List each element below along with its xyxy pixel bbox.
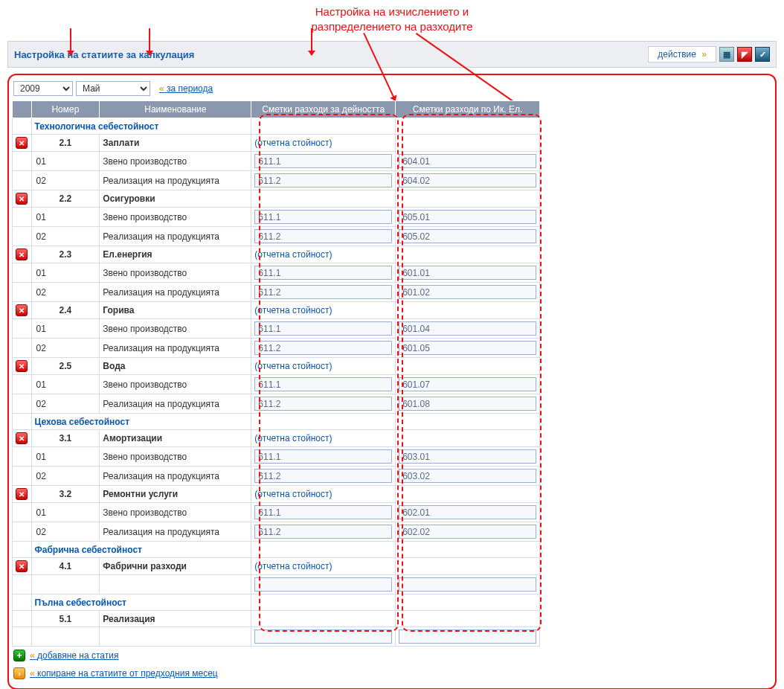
deny-icon[interactable]: ◤ bbox=[737, 47, 752, 62]
account-econ-input[interactable] bbox=[399, 229, 536, 243]
account-activity-input[interactable] bbox=[254, 397, 392, 411]
account-econ-input[interactable] bbox=[399, 397, 536, 411]
table-row: 02Реализация на продукцията bbox=[13, 339, 540, 358]
account-econ-input[interactable] bbox=[399, 210, 536, 224]
delete-icon[interactable]: ✕ bbox=[16, 304, 28, 316]
col-header-econ: Сметки разходи по Ик. Ел. bbox=[396, 101, 540, 118]
confirm-icon[interactable]: ✓ bbox=[755, 47, 770, 62]
account-econ-input[interactable] bbox=[399, 469, 536, 483]
account-activity-input[interactable] bbox=[254, 505, 392, 519]
row-name: Реализация на продукцията bbox=[100, 283, 251, 302]
action-button[interactable]: действие » bbox=[648, 46, 716, 63]
account-econ-input[interactable] bbox=[399, 173, 536, 188]
report-value-link[interactable]: (отчетна стойност) bbox=[254, 305, 332, 315]
item-number: 2.1 bbox=[31, 135, 100, 152]
row-number: 01 bbox=[31, 152, 100, 171]
row-name: Реализация на продукцията bbox=[100, 522, 251, 542]
report-value-link[interactable]: (отчетна стойност) bbox=[254, 249, 332, 260]
account-econ-input[interactable] bbox=[399, 629, 536, 644]
add-article-link[interactable]: « добавяне на статия bbox=[30, 650, 118, 661]
section-row: Технологична себестойност bbox=[13, 118, 540, 135]
account-activity-input[interactable] bbox=[254, 577, 392, 592]
item-name: Ремонтни услуги bbox=[100, 486, 251, 503]
copy-articles-link[interactable]: « копиране на статиите от предходния мес… bbox=[30, 668, 218, 679]
account-econ-input[interactable] bbox=[399, 341, 536, 355]
account-activity-input[interactable] bbox=[254, 469, 392, 483]
year-select[interactable]: 2009 bbox=[13, 81, 73, 96]
period-link[interactable]: « за периода bbox=[159, 83, 213, 94]
delete-icon[interactable]: ✕ bbox=[16, 249, 28, 260]
row-name: Реализация на продукцията bbox=[100, 171, 251, 190]
copy-icon[interactable]: › bbox=[13, 667, 25, 679]
account-activity-input[interactable] bbox=[254, 285, 392, 299]
table-row: 01Звено производство bbox=[13, 208, 540, 227]
table-row: 02Реализация на продукцията bbox=[13, 467, 540, 486]
account-activity-input[interactable] bbox=[254, 210, 392, 224]
account-activity-input[interactable] bbox=[254, 341, 392, 355]
delete-icon[interactable]: ✕ bbox=[16, 560, 28, 572]
report-value-link[interactable]: (отчетна стойност) bbox=[254, 561, 332, 571]
account-econ-input[interactable] bbox=[399, 505, 536, 519]
account-econ-input[interactable] bbox=[399, 449, 536, 464]
account-econ-input[interactable] bbox=[399, 285, 536, 299]
account-activity-input[interactable] bbox=[254, 629, 392, 644]
account-activity-input[interactable] bbox=[254, 154, 392, 168]
calc-table: Номер Наименование Сметки разходи за дей… bbox=[12, 100, 540, 647]
table-row: 01Звено производство bbox=[13, 375, 540, 394]
row-number: 01 bbox=[31, 208, 100, 227]
delete-icon[interactable]: ✕ bbox=[16, 193, 28, 205]
table-row: 02Реализация на продукцията bbox=[13, 522, 540, 542]
section-row: Цехова себестойност bbox=[13, 414, 540, 430]
account-econ-input[interactable] bbox=[399, 321, 536, 336]
account-activity-input[interactable] bbox=[254, 266, 392, 280]
account-econ-input[interactable] bbox=[399, 154, 536, 168]
item-header-row: ✕2.3Ел.енергия(отчетна стойност) bbox=[13, 246, 540, 263]
annotation-arrow-year bbox=[70, 28, 71, 55]
row-number bbox=[31, 627, 100, 647]
delete-icon[interactable]: ✕ bbox=[16, 432, 28, 444]
row-name: Звено производство bbox=[100, 375, 251, 394]
account-activity-input[interactable] bbox=[254, 377, 392, 391]
item-header-row: ✕2.5Вода(отчетна стойност) bbox=[13, 358, 540, 375]
account-econ-input[interactable] bbox=[399, 377, 536, 391]
account-activity-input[interactable] bbox=[254, 229, 392, 243]
account-econ-input[interactable] bbox=[399, 577, 536, 592]
account-activity-input[interactable] bbox=[254, 449, 392, 464]
row-number: 01 bbox=[31, 375, 100, 394]
report-value-link[interactable]: (отчетна стойност) bbox=[254, 489, 332, 499]
annotation-arrow-table bbox=[311, 28, 312, 55]
report-value-link[interactable]: (отчетна стойност) bbox=[254, 138, 332, 148]
add-icon[interactable]: + bbox=[13, 650, 25, 661]
delete-icon[interactable]: ✕ bbox=[16, 360, 28, 372]
table-row: 02Реализация на продукцията bbox=[13, 227, 540, 246]
delete-icon[interactable]: ✕ bbox=[16, 137, 28, 149]
account-econ-input[interactable] bbox=[399, 266, 536, 280]
annotation-title: Настройка на изчислението и разпределени… bbox=[7, 4, 777, 33]
item-name: Заплати bbox=[100, 135, 251, 152]
row-name: Реализация на продукцията bbox=[100, 227, 251, 246]
delete-icon[interactable]: ✕ bbox=[16, 488, 28, 500]
report-value-link[interactable]: (отчетна стойност) bbox=[254, 433, 332, 443]
report-value-link[interactable]: (отчетна стойност) bbox=[254, 361, 332, 371]
account-econ-input[interactable] bbox=[399, 525, 536, 539]
row-name: Звено производство bbox=[100, 503, 251, 522]
item-header-row: ✕2.4Горива(отчетна стойност) bbox=[13, 302, 540, 319]
row-number: 01 bbox=[31, 263, 100, 283]
item-name: Реализация bbox=[100, 611, 251, 627]
account-activity-input[interactable] bbox=[254, 173, 392, 188]
item-number: 3.2 bbox=[31, 486, 100, 503]
account-activity-input[interactable] bbox=[254, 321, 392, 336]
table-row bbox=[13, 627, 540, 647]
month-select[interactable]: Май bbox=[76, 81, 150, 96]
account-activity-input[interactable] bbox=[254, 525, 392, 539]
col-header-number: Номер bbox=[31, 101, 100, 118]
item-name: Вода bbox=[100, 358, 251, 375]
item-number: 2.3 bbox=[31, 246, 100, 263]
row-name: Звено производство bbox=[100, 263, 251, 283]
row-name: Звено производство bbox=[100, 319, 251, 339]
grid-icon[interactable]: ▦ bbox=[719, 47, 734, 62]
footer-copy-row: › « копиране на статиите от предходния м… bbox=[12, 664, 772, 682]
item-number: 4.1 bbox=[31, 558, 100, 575]
section-row: Пълна себестойност bbox=[13, 595, 540, 611]
item-number: 5.1 bbox=[31, 611, 100, 627]
